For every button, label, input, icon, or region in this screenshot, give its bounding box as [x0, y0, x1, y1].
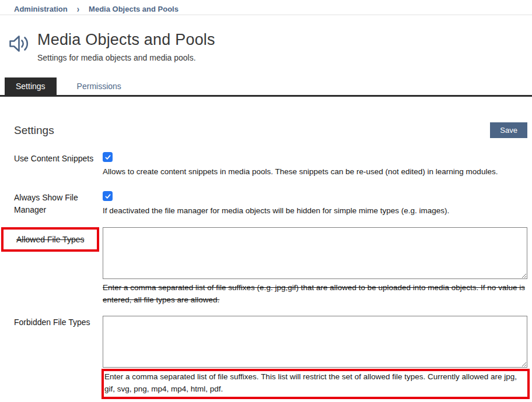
- main-content: Settings Save Use Content Snippets Allow…: [0, 122, 532, 402]
- forbidden-file-types-help: Enter a comma separated list of file suf…: [104, 371, 526, 396]
- form-row-use-content-snippets: Use Content Snippets Allows to create co…: [14, 152, 527, 178]
- page-header: Media Objects and Pools Settings for med…: [0, 15, 532, 62]
- always-show-file-manager-label: Always Show File Manager: [14, 191, 103, 216]
- breadcrumb: Administration › Media Objects and Pools: [0, 0, 532, 15]
- save-button-top[interactable]: Save: [490, 122, 527, 138]
- tab-settings[interactable]: Settings: [5, 77, 57, 95]
- tab-bar: Settings Permissions: [0, 77, 532, 97]
- red-annotation-box: Allowed File Types: [1, 227, 99, 252]
- use-content-snippets-help: Allows to create content snippets in med…: [103, 166, 527, 178]
- red-annotation-box: Enter a comma separated list of file suf…: [102, 369, 530, 399]
- use-content-snippets-label: Use Content Snippets: [14, 152, 103, 164]
- section-header: Settings Save: [14, 122, 527, 138]
- speaker-icon: [8, 34, 29, 53]
- page-title: Media Objects and Pools: [37, 31, 215, 49]
- section-title: Settings: [14, 124, 54, 137]
- form-row-always-show-file-manager: Always Show File Manager If deactivated …: [14, 191, 527, 217]
- settings-form: Use Content Snippets Allows to create co…: [14, 152, 527, 399]
- allowed-file-types-textarea[interactable]: [103, 227, 527, 279]
- breadcrumb-administration[interactable]: Administration: [14, 5, 68, 13]
- form-row-forbidden-file-types: Forbidden File Types Enter a comma separ…: [14, 316, 527, 399]
- always-show-file-manager-help: If deactivated the file manager for medi…: [103, 205, 527, 217]
- tab-permissions[interactable]: Permissions: [66, 77, 132, 95]
- use-content-snippets-checkbox[interactable]: [103, 152, 113, 162]
- forbidden-file-types-textarea[interactable]: [103, 316, 527, 368]
- always-show-file-manager-checkbox[interactable]: [103, 191, 113, 201]
- allowed-file-types-help: Enter a comma separated list of file suf…: [103, 282, 527, 306]
- forbidden-file-types-label: Forbidden File Types: [14, 316, 103, 328]
- allowed-file-types-label: Allowed File Types: [16, 234, 84, 244]
- chevron-right-icon: ›: [77, 3, 79, 15]
- page-subtitle: Settings for media objects and media poo…: [37, 53, 215, 62]
- breadcrumb-media-objects-and-pools[interactable]: Media Objects and Pools: [89, 5, 178, 13]
- form-row-allowed-file-types: Allowed File Types Enter a comma separat…: [14, 227, 527, 306]
